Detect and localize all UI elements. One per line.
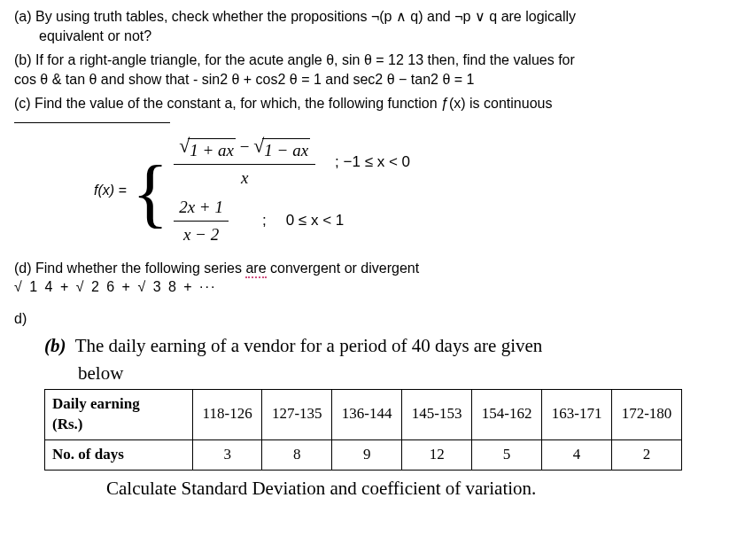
frac-1: √1 + ax − √1 − ax x bbox=[174, 136, 315, 189]
question-b: (b) If for a right-angle triangle, for t… bbox=[14, 51, 723, 89]
val-1: 8 bbox=[262, 439, 332, 470]
question-c: (c) Find the value of the constant a, fo… bbox=[14, 94, 723, 245]
divider bbox=[14, 122, 170, 123]
val-3: 12 bbox=[402, 439, 472, 470]
cond2: 0 ≤ x < 1 bbox=[286, 211, 345, 231]
calc-text: Calculate Standard Deviation and coeffic… bbox=[106, 476, 723, 501]
qd-l1b: are bbox=[245, 261, 266, 278]
b-lbl: (b) bbox=[44, 335, 66, 356]
cond1: ; −1 ≤ x < 0 bbox=[335, 152, 410, 173]
case-1: √1 + ax − √1 − ax x ; −1 ≤ x < 0 bbox=[174, 136, 410, 189]
hdr-5: 163-171 bbox=[542, 390, 612, 440]
r1l1: Daily earning bbox=[52, 395, 140, 412]
qc-text: (c) Find the value of the constant a, fo… bbox=[14, 94, 723, 113]
semi2: ; bbox=[262, 211, 267, 231]
hdr-2: 136-144 bbox=[332, 390, 402, 440]
table-row: Daily earning (Rs.) 118-126 127-135 136-… bbox=[45, 390, 682, 440]
question-a: (a) By using truth tables, check whether… bbox=[14, 7, 723, 45]
qb-line1: (b) If for a right-angle triangle, for t… bbox=[14, 51, 723, 70]
hdr-3: 145-153 bbox=[402, 390, 472, 440]
qd-l1a: (d) Find whether the following series bbox=[14, 261, 245, 276]
val-0: 3 bbox=[193, 439, 262, 470]
val-5: 4 bbox=[542, 439, 612, 470]
den2: x − 2 bbox=[183, 222, 219, 246]
hdr-4: 154-162 bbox=[472, 390, 542, 440]
hdr-0: 118-126 bbox=[193, 390, 262, 440]
earnings-table: Daily earning (Rs.) 118-126 127-135 136-… bbox=[44, 389, 682, 471]
sqrt1-arg: 1 + ax bbox=[188, 138, 236, 162]
table-row: No. of days 3 8 9 12 5 4 2 bbox=[45, 439, 682, 470]
num2: 2x + 1 bbox=[174, 196, 229, 222]
fx-label: f(x) = bbox=[94, 181, 127, 200]
r1l2: (Rs.) bbox=[52, 416, 82, 432]
b-heading: (b) The daily earning of a vendor for a … bbox=[44, 333, 723, 358]
row2-label: No. of days bbox=[45, 439, 193, 470]
case-2: 2x + 1 x − 2 ; 0 ≤ x < 1 bbox=[174, 196, 410, 245]
val-4: 5 bbox=[472, 439, 542, 470]
hdr-1: 127-135 bbox=[262, 390, 332, 440]
den1: x bbox=[241, 165, 248, 190]
row1-label: Daily earning (Rs.) bbox=[45, 390, 193, 440]
qb-line2: cos θ & tan θ and show that - sin2 θ + c… bbox=[14, 70, 723, 89]
qa-line2: equivalent or not? bbox=[14, 27, 723, 46]
minus: − bbox=[240, 137, 253, 156]
hdr-6: 172-180 bbox=[612, 390, 682, 440]
question-d: (d) Find whether the following series ar… bbox=[14, 259, 723, 297]
val-6: 2 bbox=[612, 439, 682, 470]
cases: √1 + ax − √1 − ax x ; −1 ≤ x < 0 2x + 1 … bbox=[174, 136, 410, 246]
piecewise-function: f(x) = { √1 + ax − √1 − ax x ; −1 ≤ x < … bbox=[94, 136, 723, 246]
d2-label: d) bbox=[14, 309, 723, 329]
sub-b: (b) The daily earning of a vendor for a … bbox=[44, 333, 723, 501]
b-text1: The daily earning of a vendor for a peri… bbox=[75, 335, 543, 356]
b-text2: below bbox=[78, 361, 723, 385]
frac-2: 2x + 1 x − 2 bbox=[174, 196, 229, 245]
val-2: 9 bbox=[332, 439, 402, 470]
qd-line1: (d) Find whether the following series ar… bbox=[14, 259, 723, 278]
qa-line1: (a) By using truth tables, check whether… bbox=[14, 7, 723, 27]
left-brace: { bbox=[132, 161, 168, 223]
section-d2: d) (b) The daily earning of a vendor for… bbox=[14, 309, 723, 501]
qd-l1c: convergent or divergent bbox=[267, 261, 420, 276]
series: √ 1 4 + √ 2 6 + √ 3 8 + ··· bbox=[14, 277, 723, 297]
sqrt2-arg: 1 − ax bbox=[262, 138, 310, 162]
